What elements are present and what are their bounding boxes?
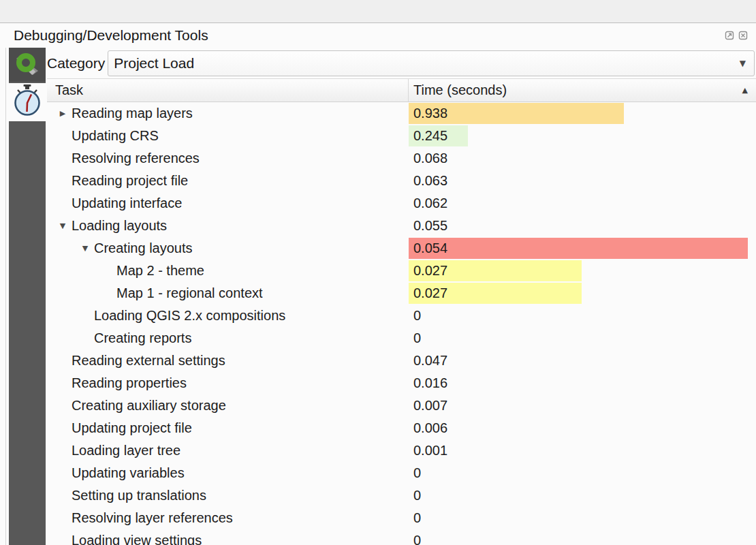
chevron-down-icon: ▼ — [740, 59, 746, 68]
task-cell: ▼Loading layouts — [47, 215, 409, 237]
table-row[interactable]: Loading QGIS 2.x compositions0 — [47, 305, 756, 327]
table-row[interactable]: Resolving layer references0 — [47, 507, 756, 529]
time-value: 0.938 — [409, 102, 447, 125]
branch-expanded-icon[interactable]: ▼ — [54, 221, 72, 230]
tool-tab-strip — [9, 48, 46, 545]
task-label: Creating layouts — [94, 240, 193, 256]
float-panel-icon[interactable] — [724, 31, 734, 41]
table-row[interactable]: Map 1 - regional context0.027 — [47, 282, 756, 305]
panel-body: Category Project Load ▼ Task Time (secon… — [5, 48, 756, 545]
close-panel-icon[interactable] — [738, 31, 748, 41]
table-row[interactable]: Reading project file0.063 — [47, 170, 756, 192]
table-row[interactable]: Creating reports0 — [47, 327, 756, 349]
task-label: Loading layouts — [72, 218, 167, 234]
table-row[interactable]: ▶Reading map layers0.938 — [47, 102, 756, 125]
table-row[interactable]: Creating auxiliary storage0.007 — [47, 394, 756, 417]
table-row[interactable]: Setting up translations0 — [47, 484, 756, 507]
task-label: Loading QGIS 2.x compositions — [94, 308, 285, 324]
task-cell: Loading QGIS 2.x compositions — [47, 305, 409, 327]
table-row[interactable]: Updating interface0.062 — [47, 192, 756, 215]
panel-title: Debugging/Development Tools — [14, 27, 724, 44]
task-label: Map 1 - regional context — [116, 285, 263, 301]
task-label: Loading view settings — [72, 533, 202, 545]
time-value: 0.006 — [409, 417, 447, 439]
time-cell: 0 — [409, 529, 756, 545]
time-cell: 0.047 — [409, 349, 756, 372]
time-value: 0.016 — [409, 372, 447, 394]
table-row[interactable]: Updating CRS0.245 — [47, 125, 756, 147]
branch-expanded-icon[interactable]: ▼ — [76, 244, 94, 253]
tab-profiler[interactable] — [9, 83, 46, 121]
table-row[interactable]: Updating project file0.006 — [47, 417, 756, 439]
table-row[interactable]: Updating variables0 — [47, 462, 756, 484]
task-label: Updating project file — [72, 420, 192, 436]
profile-table: Task Time (seconds) ▲ ▶Reading map layer… — [47, 78, 756, 545]
task-label: Reading map layers — [72, 106, 193, 121]
branch-collapsed-icon[interactable]: ▶ — [54, 109, 72, 118]
time-value: 0.063 — [409, 170, 447, 192]
time-cell: 0.062 — [409, 192, 756, 215]
column-header-time[interactable]: Time (seconds) ▲ — [409, 79, 756, 102]
table-row[interactable]: Reading properties0.016 — [47, 372, 756, 394]
column-header-task[interactable]: Task — [47, 79, 409, 102]
dock-buttons — [724, 31, 748, 41]
task-cell: Creating auxiliary storage — [47, 394, 409, 417]
table-row[interactable]: ▼Creating layouts0.054 — [47, 237, 756, 260]
time-cell: 0.027 — [409, 282, 756, 305]
time-value: 0.027 — [409, 260, 447, 282]
time-value: 0.001 — [409, 439, 447, 462]
task-cell: Resolving layer references — [47, 507, 409, 529]
sort-ascending-icon: ▲ — [742, 86, 748, 95]
time-cell: 0.006 — [409, 417, 756, 439]
time-value: 0.245 — [409, 125, 447, 147]
task-cell: Reading properties — [47, 372, 409, 394]
task-label: Reading properties — [72, 375, 187, 391]
task-label: Resolving layer references — [72, 510, 233, 526]
task-label: Creating reports — [94, 330, 191, 346]
task-label: Creating auxiliary storage — [72, 398, 226, 414]
time-bar — [409, 238, 748, 259]
dock-titlebar: Debugging/Development Tools — [0, 23, 756, 48]
table-header: Task Time (seconds) ▲ — [47, 78, 756, 102]
time-value: 0 — [409, 507, 421, 529]
task-cell: Loading layer tree — [47, 439, 409, 462]
task-cell: Map 1 - regional context — [47, 282, 409, 305]
debugging-development-tools-panel: Debugging/Development Tools — [0, 23, 756, 545]
time-cell: 0 — [409, 305, 756, 327]
task-label: Reading external settings — [72, 353, 225, 369]
time-cell: 0.001 — [409, 439, 756, 462]
table-row[interactable]: Loading layer tree0.001 — [47, 439, 756, 462]
time-value: 0.062 — [409, 192, 447, 215]
table-row[interactable]: ▼Loading layouts0.055 — [47, 215, 756, 237]
stopwatch-icon — [12, 84, 43, 121]
time-cell: 0 — [409, 327, 756, 349]
tab-strip-filler — [9, 121, 46, 545]
task-cell: Map 2 - theme — [47, 260, 409, 282]
table-row[interactable]: Resolving references0.068 — [47, 147, 756, 170]
category-select[interactable]: Project Load ▼ — [108, 50, 755, 76]
time-cell: 0.938 — [409, 102, 756, 125]
task-cell: Reading external settings — [47, 349, 409, 372]
time-cell: 0.054 — [409, 237, 756, 260]
time-cell: 0.063 — [409, 170, 756, 192]
time-value: 0.007 — [409, 394, 447, 417]
table-row[interactable]: Map 2 - theme0.027 — [47, 260, 756, 282]
time-value: 0.047 — [409, 349, 447, 372]
task-label: Updating variables — [72, 465, 185, 481]
task-cell: ▶Reading map layers — [47, 102, 409, 125]
table-row[interactable]: Loading view settings0 — [47, 529, 756, 545]
time-value: 0 — [409, 305, 421, 327]
category-label: Category — [47, 55, 105, 72]
table-row[interactable]: Reading external settings0.047 — [47, 349, 756, 372]
time-cell: 0.027 — [409, 260, 756, 282]
time-cell: 0.055 — [409, 215, 756, 237]
column-header-time-label: Time (seconds) — [413, 82, 507, 98]
qgis-logo-icon — [9, 48, 46, 82]
column-header-task-label: Task — [55, 82, 83, 98]
task-cell: Updating interface — [47, 192, 409, 215]
task-cell: Setting up translations — [47, 484, 409, 507]
time-value: 0.027 — [409, 282, 447, 305]
task-label: Loading layer tree — [72, 443, 180, 458]
task-label: Map 2 - theme — [116, 263, 204, 279]
time-cell: 0 — [409, 484, 756, 507]
